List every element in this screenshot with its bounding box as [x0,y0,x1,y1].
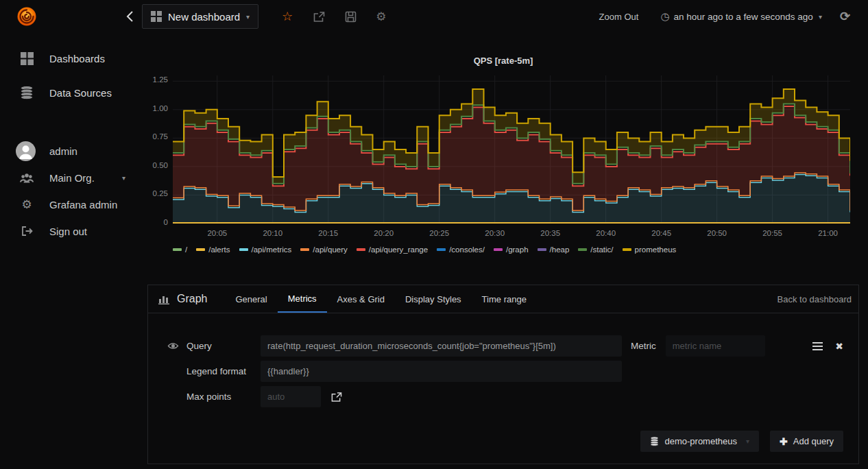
zoom-out-button[interactable]: Zoom Out [599,12,639,22]
tab-time-range[interactable]: Time range [472,285,537,313]
legend-swatch [173,248,182,251]
editor-buttons: demo-prometheus ▾ ✚ Add query [167,431,858,452]
x-axis-tick: 20:50 [707,229,727,237]
legend-format-label: Legend format [186,366,261,376]
timeseries-chart [173,75,850,224]
top-navbar: New dashboard ▾ ☆ ⚙ Zoom Out ◷ an hour a… [0,0,868,33]
remove-query-icon[interactable]: ✖ [835,341,843,352]
x-axis-tick: 21:00 [818,229,838,237]
metric-name-input[interactable] [666,335,765,357]
back-to-dashboard-link[interactable]: Back to dashboard [777,294,852,304]
x-axis-tick: 20:45 [651,229,671,237]
avatar [15,141,36,161]
tab-axes-grid[interactable]: Axes & Grid [327,285,395,313]
dashboard-settings-button[interactable]: ⚙ [376,11,386,23]
legend-swatch [239,248,248,251]
query-menu-icon[interactable] [812,342,823,350]
time-range-picker[interactable]: ◷ an hour ago to a few seconds ago ▾ [660,10,822,23]
panel-editor: Graph General Metrics Axes & Grid Displa… [147,285,859,464]
sidebar-item-admin-profile[interactable]: admin [0,139,147,163]
back-arrow-button[interactable] [123,10,136,23]
x-axis-tick: 20:05 [207,229,227,237]
y-axis-tick: 0 [147,218,168,226]
y-axis-tick: 1.00 [147,104,168,112]
dashboard-grid-icon [151,11,162,22]
panel-type-label: Graph [177,293,207,305]
legend-item[interactable]: /api/query [300,245,348,254]
star-favorite-button[interactable]: ☆ [282,10,293,23]
legend-swatch [357,248,365,251]
grafana-app: New dashboard ▾ ☆ ⚙ Zoom Out ◷ an hour a… [0,0,868,469]
add-query-button[interactable]: ✚ Add query [770,431,843,452]
y-axis-tick: 0.75 [147,132,168,141]
legend-label: /api/query_range [369,245,428,254]
chevron-down-icon: ▾ [246,13,250,21]
legend-label: prometheus [635,245,677,254]
sign-out-icon [18,226,36,237]
chevron-down-icon: ▾ [122,174,125,182]
chevron-down-icon: ▾ [819,13,822,21]
metric-label: Metric [631,341,656,351]
y-axis-tick: 0.50 [147,161,168,169]
tab-general[interactable]: General [225,285,277,313]
panel-title: QPS [rate-5m] [147,56,859,66]
legend-item[interactable]: /graph [494,245,529,254]
grid-icon [18,52,36,65]
plus-icon: ✚ [780,436,788,447]
grafana-logo-icon[interactable] [16,6,37,27]
legend-label: /api/query [313,245,348,254]
graph-panel: QPS [rate-5m] 00.250.500.751.001.25 20:0… [147,38,859,274]
legend-label: /graph [506,245,529,254]
legend-format-input[interactable] [261,361,622,382]
legend-item[interactable]: prometheus [623,245,677,254]
database-icon [650,436,659,446]
sidebar: Dashboards Data Sources [0,33,147,469]
legend-item[interactable]: /consoles/ [437,245,485,254]
legend-swatch [196,248,205,251]
tab-display-styles[interactable]: Display Styles [395,285,472,313]
x-axis-tick: 20:55 [762,229,782,237]
sidebar-item-grafana-admin[interactable]: ⚙ Grafana admin [0,193,147,216]
sidebar-item-sign-out[interactable]: Sign out [0,219,147,243]
graph-plot-area[interactable] [173,75,850,224]
sidebar-item-label: admin [49,145,77,157]
sidebar-item-label: Dashboards [49,53,105,64]
legend-swatch [494,248,503,251]
chart-legend: //alerts/api/metrics/api/query/api/query… [173,245,676,254]
tab-metrics[interactable]: Metrics [278,285,327,313]
query-editor: Query Metric ✖ Legend format Max points [148,313,858,452]
x-axis-tick: 20:25 [429,229,449,237]
sidebar-item-dashboards[interactable]: Dashboards [0,47,147,70]
datasource-selector-button[interactable]: demo-prometheus ▾ [640,431,759,452]
sidebar-item-label: Main Org. [49,172,95,184]
legend-label: /static/ [590,245,613,254]
share-dashboard-button[interactable] [313,11,325,23]
legend-item[interactable]: /static/ [578,245,613,254]
max-points-label: Max points [186,392,261,402]
legend-item[interactable]: /api/query_range [357,245,428,254]
sidebar-item-data-sources[interactable]: Data Sources [0,81,147,104]
query-expression-input[interactable] [261,335,622,357]
dashboard-title: New dashboard [168,11,240,23]
query-row: Query Metric ✖ [167,335,858,357]
sidebar-item-main-org[interactable]: Main Org. ▾ [0,166,147,189]
gear-icon: ⚙ [18,199,36,211]
y-axis-tick: 1.25 [147,75,168,84]
users-icon [18,172,36,184]
legend-item[interactable]: / [173,245,187,254]
database-icon [18,86,36,99]
dashboard-title-dropdown[interactable]: New dashboard ▾ [142,4,258,29]
legend-item[interactable]: /alerts [196,245,230,254]
external-link-icon[interactable] [330,392,342,402]
max-points-input[interactable] [261,386,321,407]
legend-label: / [185,245,187,254]
x-axis-tick: 20:40 [596,229,616,237]
legend-item[interactable]: /heap [538,245,570,254]
legend-swatch [300,248,309,251]
toggle-query-visibility[interactable] [167,341,186,350]
refresh-button[interactable]: ⟳ [840,9,850,24]
x-axis-tick: 20:20 [374,229,394,237]
legend-swatch [538,248,546,251]
save-dashboard-button[interactable] [345,11,357,23]
legend-item[interactable]: /api/metrics [239,245,292,254]
